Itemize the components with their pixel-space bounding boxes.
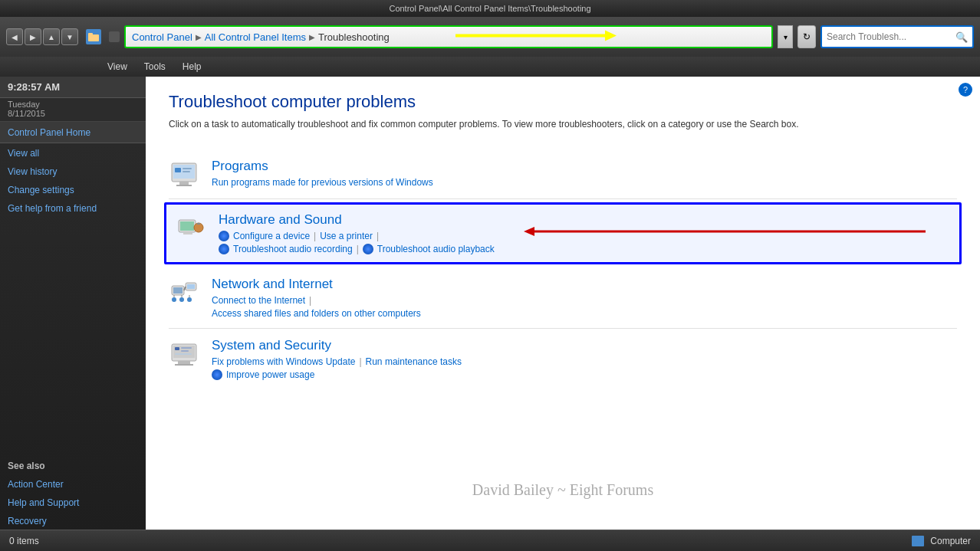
hardware-content: Hardware and Sound Configure a device | … — [219, 212, 950, 254]
system-title[interactable]: System and Security — [212, 338, 957, 353]
title-bar-text: Control Panel\All Control Panel Items\Tr… — [389, 4, 590, 13]
breadcrumb-all-items[interactable]: All Control Panel Items — [205, 31, 306, 43]
sidebar-get-help[interactable]: Get help from a friend — [0, 198, 146, 217]
sys-link-update[interactable]: Fix problems with Windows Update — [212, 356, 355, 367]
sidebar-action-center[interactable]: Action Center — [0, 474, 146, 493]
breadcrumb-sep-1: ▶ — [196, 33, 202, 41]
hw-link-printer[interactable]: Use a printer — [320, 231, 373, 241]
globe-icon-sys — [212, 369, 222, 380]
menu-view[interactable]: View — [100, 60, 135, 74]
refresh-button[interactable]: ↻ — [797, 25, 816, 48]
folder-icon — [86, 29, 101, 44]
time-display: 9:28:57 AM — [8, 81, 60, 93]
breadcrumb-control-panel[interactable]: Control Panel — [132, 31, 192, 43]
system-content: System and Security Fix problems with Wi… — [212, 338, 957, 380]
programs-link-1[interactable]: Run programs made for previous versions … — [212, 177, 433, 188]
category-hardware: Hardware and Sound Configure a device | … — [164, 202, 962, 264]
net-link-connect[interactable]: Connect to the Internet — [212, 295, 305, 306]
status-right: Computer — [912, 536, 971, 546]
network-content: Network and Internet Connect to the Inte… — [212, 277, 957, 319]
recent-button[interactable]: ▼ — [61, 28, 78, 45]
breadcrumb-dropdown[interactable]: ▾ — [778, 25, 793, 48]
page-subtitle: Click on a task to automatically trouble… — [169, 118, 957, 131]
sidebar-change-settings[interactable]: Change settings — [0, 180, 146, 198]
breadcrumb-sep-2: ▶ — [309, 33, 315, 41]
category-system: System and Security Fix problems with Wi… — [169, 329, 957, 389]
sys-link-maintenance[interactable]: Run maintenance tasks — [366, 356, 462, 367]
title-bar: Control Panel\All Control Panel Items\Tr… — [0, 0, 980, 17]
system-links: Fix problems with Windows Update | Run m… — [212, 356, 957, 367]
sys-link-power[interactable]: Improve power usage — [226, 369, 314, 380]
programs-title[interactable]: Programs — [212, 159, 957, 174]
svg-rect-34 — [181, 347, 192, 349]
search-box: 🔍 — [821, 25, 974, 48]
hw-link-audio-play[interactable]: Troubleshoot audio playback — [377, 244, 495, 254]
menu-tools[interactable]: Tools — [136, 60, 173, 74]
sidebar-view-history[interactable]: View history — [0, 162, 146, 180]
svg-rect-21 — [187, 284, 195, 289]
svg-rect-1 — [88, 33, 93, 36]
main-area: 9:28:57 AM Tuesday 8/11/2015 Control Pan… — [0, 77, 980, 530]
hardware-links: Configure a device | Use a printer | — [219, 231, 950, 241]
svg-point-23 — [172, 297, 176, 302]
svg-point-24 — [179, 297, 184, 302]
svg-rect-36 — [175, 353, 192, 355]
globe-icon-hw3 — [363, 244, 373, 254]
svg-rect-6 — [179, 182, 189, 185]
svg-rect-19 — [173, 287, 183, 294]
breadcrumb-troubleshooting: Troubleshooting — [318, 31, 390, 43]
computer-label: Computer — [930, 536, 971, 546]
breadcrumb-bar: Control Panel ▶ All Control Panel Items … — [124, 25, 773, 48]
sidebar-panel-home[interactable]: Control Panel Home — [0, 122, 146, 143]
sidebar-recovery[interactable]: Recovery — [0, 511, 146, 530]
date-display: 8/11/2015 — [8, 109, 138, 118]
search-input[interactable] — [827, 31, 952, 42]
address-bar: ◀ ▶ ▲ ▼ Control Panel ▶ All Control Pane… — [0, 17, 980, 57]
nav-buttons: ◀ ▶ ▲ ▼ — [6, 28, 78, 45]
svg-rect-15 — [183, 232, 192, 235]
forward-button[interactable]: ▶ — [25, 28, 41, 45]
svg-rect-32 — [175, 364, 193, 366]
page-title: Troubleshoot computer problems — [169, 92, 957, 112]
net-link-shared[interactable]: Access shared files and folders on other… — [212, 308, 421, 319]
globe-icon-hw1 — [219, 231, 229, 241]
computer-icon — [912, 536, 924, 546]
svg-rect-12 — [180, 221, 194, 231]
sidebar-view-all[interactable]: View all — [0, 143, 146, 162]
svg-point-25 — [187, 297, 192, 302]
search-icon[interactable]: 🔍 — [955, 31, 968, 43]
sidebar-help-support[interactable]: Help and Support — [0, 493, 146, 511]
svg-rect-7 — [176, 185, 192, 186]
network-links-2: Access shared files and folders on other… — [212, 308, 957, 319]
up-button[interactable]: ▲ — [43, 28, 60, 45]
items-count: 0 items — [9, 536, 39, 546]
svg-rect-10 — [183, 171, 190, 172]
hw-link-audio-rec[interactable]: Troubleshoot audio recording — [233, 244, 353, 254]
network-links: Connect to the Internet | — [212, 295, 957, 306]
network-title[interactable]: Network and Internet — [212, 277, 957, 292]
programs-links: Run programs made for previous versions … — [212, 177, 957, 188]
hardware-title[interactable]: Hardware and Sound — [219, 212, 950, 228]
category-programs: Programs Run programs made for previous … — [169, 149, 957, 199]
globe-icon-hw2 — [219, 244, 229, 254]
hw-link-configure[interactable]: Configure a device — [233, 231, 310, 241]
back-button[interactable]: ◀ — [6, 28, 23, 45]
sidebar: 9:28:57 AM Tuesday 8/11/2015 Control Pan… — [0, 77, 146, 530]
svg-rect-14 — [197, 223, 200, 225]
programs-icon — [169, 159, 199, 189]
menu-help[interactable]: Help — [175, 60, 209, 74]
hardware-icon — [176, 212, 206, 243]
help-icon[interactable]: ? — [959, 83, 972, 97]
category-network: Network and Internet Connect to the Inte… — [169, 267, 957, 329]
day-display: Tuesday — [8, 100, 138, 109]
svg-rect-33 — [175, 347, 179, 350]
hardware-links-2: Troubleshoot audio recording | Troublesh… — [219, 244, 950, 254]
svg-rect-35 — [181, 350, 189, 352]
watermark: David Bailey ~ Eight Forums — [472, 481, 653, 499]
see-also-label: See also — [0, 451, 146, 474]
arrow-icon — [109, 31, 120, 42]
svg-rect-9 — [183, 168, 192, 169]
system-links-2: Improve power usage — [212, 369, 957, 380]
svg-rect-8 — [175, 168, 181, 172]
panel-home-label: Control Pa — [8, 127, 51, 138]
